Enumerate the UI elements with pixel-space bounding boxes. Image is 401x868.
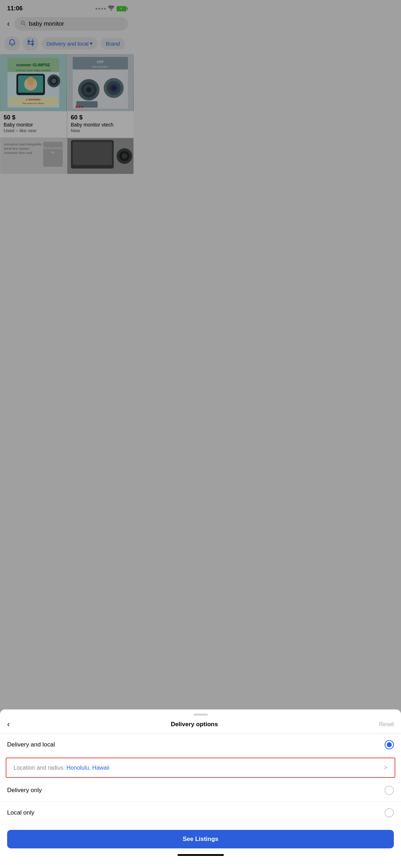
bottom-sheet-overlay[interactable] <box>0 0 134 289</box>
